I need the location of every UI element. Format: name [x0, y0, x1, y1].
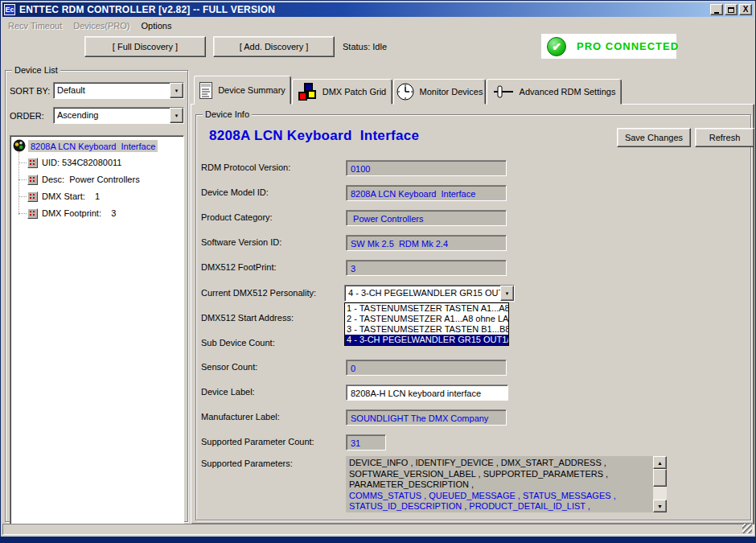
- document-icon: [199, 82, 212, 99]
- device-label-label: Device Label:: [201, 387, 255, 397]
- minimize-button[interactable]: [710, 4, 723, 15]
- pro-connected-badge: ✔ PRO CONNECTED: [541, 34, 676, 59]
- close-button[interactable]: X: [739, 4, 752, 15]
- personality-combobox[interactable]: 4 - 3-CH PEGELWANDLER GR15 OUT1/2/ ▼: [344, 285, 515, 302]
- sort-by-combobox[interactable]: Default ▼: [53, 82, 184, 99]
- title-bar[interactable]: Ec ENTTEC RDM CONTROLLER [v2.82] -- FULL…: [2, 2, 754, 17]
- chip-icon: [27, 175, 38, 185]
- window-controls: X: [709, 4, 752, 15]
- full-discovery-button[interactable]: [ Full Discovery ]: [84, 36, 206, 57]
- tree-item-label: DMX Start: 1: [42, 191, 100, 201]
- device-model-id-label: Device Model ID:: [201, 187, 269, 197]
- param-line: SOFTWARE_VERSION_LABEL , SUPPORTED_PARAM…: [349, 469, 650, 480]
- personality-option[interactable]: 1 - TASTENUMSETZER TASTEN A1...A8: [345, 303, 508, 314]
- scroll-down-icon[interactable]: ▼: [653, 500, 667, 512]
- menu-devices-pro: Devices(PRO): [68, 19, 135, 32]
- personality-option-selected[interactable]: 4 - 3-CH PEGELWANDLER GR15 OUT1/2/: [345, 335, 508, 345]
- sensor-count-label: Sensor Count:: [201, 362, 257, 372]
- status-bar: [2, 524, 754, 535]
- fader-icon: [493, 85, 514, 98]
- device-model-id-field: 8208A LCN Keyboard Interface: [346, 185, 507, 201]
- current-personality-label: Current DMX512 Personality:: [201, 288, 316, 298]
- personality-option[interactable]: 2 - TASTENUMSETZER A1...A8 ohne LA: [345, 314, 508, 324]
- patch-grid-icon: [298, 83, 317, 101]
- scroll-up-icon[interactable]: ▲: [653, 456, 667, 469]
- tree-connector: [18, 213, 27, 214]
- rdm-protocol-version-label: RDM Protocol Version:: [201, 162, 290, 172]
- window-title: ENTTEC RDM CONTROLLER [v2.82] -- FULL VE…: [19, 4, 275, 15]
- maximize-icon: [728, 7, 734, 13]
- maximize-button[interactable]: [725, 4, 738, 15]
- tree-connector: [18, 152, 19, 215]
- personality-value: 4 - 3-CH PEGELWANDLER GR15 OUT1/2/: [345, 286, 500, 301]
- tab-label: Advanced RDM Settings: [520, 87, 616, 97]
- supported-parameter-count-field: 31: [346, 434, 386, 450]
- device-info-group-title: Device Info: [203, 110, 252, 119]
- dmx512-start-address-label: DMX512 Start Address:: [201, 313, 294, 323]
- tree-connector: [18, 196, 27, 197]
- device-tree[interactable]: 8208A LCN Keyboard Interface UID: 534C82…: [10, 135, 184, 524]
- supported-parameters-label: Supported Parameters:: [201, 459, 293, 468]
- sort-by-value: Default: [54, 83, 170, 98]
- param-line: DEVICE_INFO , IDENTIFY_DEVICE , DMX_STAR…: [349, 458, 650, 469]
- tree-item-desc[interactable]: Desc: Power Controllers: [27, 172, 140, 187]
- tab-label: Monitor Devices: [420, 87, 483, 97]
- save-changes-button[interactable]: Save Changes: [617, 128, 691, 147]
- chevron-down-icon[interactable]: ▼: [170, 83, 183, 98]
- chip-icon: [27, 208, 38, 219]
- tree-connector: [18, 179, 27, 180]
- tree-item-dmx-start[interactable]: DMX Start: 1: [27, 189, 100, 204]
- pro-connected-label: PRO CONNECTED: [577, 40, 679, 52]
- param-line: COMMS_STATUS , QUEUED_MESSAGE , STATUS_M…: [349, 491, 650, 502]
- close-icon: X: [743, 6, 749, 14]
- refresh-button[interactable]: Refresh: [695, 128, 754, 147]
- tab-label: Device Summary: [218, 85, 286, 95]
- resize-grip[interactable]: [742, 524, 752, 533]
- dmx512-footprint-field: 3: [346, 260, 507, 276]
- device-list-group: Device List SORT BY: Default ▼ ORDER: As…: [5, 70, 188, 522]
- clock-icon: [396, 83, 414, 101]
- tab-monitor-devices[interactable]: Monitor Devices: [393, 79, 486, 105]
- sensor-count-field: 0: [346, 360, 507, 376]
- tab-label: DMX Patch Grid: [323, 87, 386, 97]
- order-combobox[interactable]: Ascending ▼: [53, 107, 184, 124]
- menu-recv-timeout: Recv Timeout: [2, 19, 68, 32]
- personality-option[interactable]: 3 - TASTENUMSETZER TASTEN B1...B8: [345, 324, 508, 335]
- tree-item-label: UID: 534C82080011: [42, 158, 121, 167]
- tree-item-uid[interactable]: UID: 534C82080011: [27, 155, 121, 170]
- dmx512-footprint-label: DMX512 FootPrint:: [201, 262, 277, 272]
- tab-dmx-patch-grid[interactable]: DMX Patch Grid: [292, 79, 392, 105]
- order-value: Ascending: [54, 108, 170, 123]
- manufacturer-label-label: Manufacturer Label:: [201, 412, 280, 422]
- param-line: PARAMETER_DESCRIPTION ,: [349, 479, 650, 491]
- tree-item-dmx-footprint[interactable]: DMX Footprint: 3: [27, 206, 116, 220]
- chip-icon: [27, 158, 38, 168]
- tree-root-node[interactable]: 8208A LCN Keyboard Interface: [13, 138, 158, 153]
- device-icon: [13, 139, 26, 152]
- product-category-field: Power Controllers: [346, 210, 507, 226]
- software-version-id-label: Software Version ID:: [201, 237, 281, 247]
- tab-device-summary[interactable]: Device Summary: [194, 76, 291, 105]
- device-label-field[interactable]: 8208A-H LCN keyboard interface: [346, 385, 508, 401]
- status-text: Status: Idle: [343, 42, 387, 51]
- rdm-protocol-version-field: 0100: [346, 160, 507, 176]
- params-scrollbar[interactable]: ▲ ▼: [653, 456, 667, 512]
- menu-bar: Recv Timeout Devices(PRO) Options: [2, 18, 754, 33]
- app-window: Ec ENTTEC RDM CONTROLLER [v2.82] -- FULL…: [0, 0, 756, 537]
- sort-by-label: SORT BY:: [10, 86, 50, 96]
- supported-parameters-box[interactable]: DEVICE_INFO , IDENTIFY_DEVICE , DMX_STAR…: [346, 456, 653, 512]
- add-discovery-button[interactable]: [ Add. Discovery ]: [213, 36, 335, 57]
- chevron-down-icon[interactable]: ▼: [170, 108, 183, 123]
- software-version-id-field: SW Mk 2.5 RDM Mk 2.4: [346, 235, 507, 251]
- device-list-group-title: Device List: [12, 66, 60, 75]
- menu-options[interactable]: Options: [136, 19, 178, 32]
- manufacturer-label-field: SOUNDLIGHT The DMX Company: [346, 409, 507, 426]
- app-icon: Ec: [4, 4, 15, 15]
- device-info-group: Device Info 8208A LCN Keyboard Interface…: [195, 114, 751, 520]
- param-line: STATUS_ID_DESCRIPTION , PRODUCT_DETAIL_I…: [349, 501, 650, 512]
- scrollbar-thumb[interactable]: [653, 469, 667, 487]
- device-heading: 8208A LCN Keyboard Interface: [209, 128, 419, 144]
- chevron-down-icon[interactable]: ▼: [500, 286, 514, 301]
- supported-parameter-count-label: Supported Parameter Count:: [201, 437, 314, 446]
- tab-advanced-rdm-settings[interactable]: Advanced RDM Settings: [487, 79, 622, 105]
